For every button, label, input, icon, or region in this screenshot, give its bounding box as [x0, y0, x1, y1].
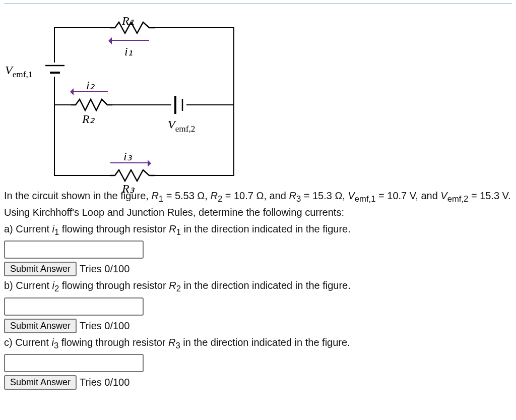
submit-button-b[interactable]: Submit Answer — [4, 319, 77, 333]
label-i2: i₂ — [86, 77, 95, 94]
current-arrow-i1 — [110, 40, 149, 41]
submit-button-c[interactable]: Submit Answer — [4, 375, 77, 390]
answer-input-c[interactable] — [4, 354, 144, 372]
label-R2: R₂ — [82, 110, 95, 128]
question-part-a: a) Current i1 flowing through resistor R… — [4, 222, 512, 238]
answer-input-a[interactable] — [4, 241, 144, 259]
circuit-diagram: R₁ i₁ Vemf,1 i₂ R₂ Vemf,2 i₃ R₃ — [4, 6, 241, 188]
label-Vemf2: Vemf,2 — [168, 116, 195, 135]
question-body: In the circuit shown in the figure, R1 =… — [4, 189, 512, 390]
question-part-c: c) Current i3 flowing through resistor R… — [4, 335, 512, 352]
answer-input-b[interactable] — [4, 297, 144, 316]
tries-c: Tries 0/100 — [80, 375, 130, 390]
top-divider — [4, 3, 512, 4]
label-i3: i₃ — [123, 148, 132, 165]
label-Vemf1: Vemf,1 — [5, 62, 32, 81]
label-i1: i₁ — [124, 43, 133, 61]
submit-button-a[interactable]: Submit Answer — [4, 262, 77, 276]
problem-statement: In the circuit shown in the figure, R1 =… — [4, 190, 511, 218]
label-R3: R₃ — [122, 180, 135, 198]
tries-a: Tries 0/100 — [80, 262, 130, 276]
tries-b: Tries 0/100 — [80, 319, 130, 333]
label-R1: R₁ — [122, 12, 135, 30]
question-part-b: b) Current i2 flowing through resistor R… — [4, 278, 512, 295]
battery-icon — [45, 63, 64, 81]
battery-icon — [171, 96, 186, 118]
